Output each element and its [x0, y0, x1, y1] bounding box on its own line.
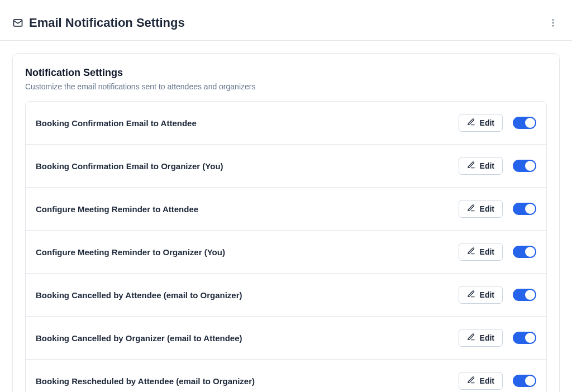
- notification-row: Configure Meeting Reminder to Organizer …: [26, 231, 546, 274]
- more-options-button[interactable]: [546, 16, 560, 30]
- toggle-knob: [525, 118, 535, 128]
- notification-label: Booking Cancelled by Attendee (email to …: [36, 290, 242, 300]
- toggle-knob: [525, 333, 535, 343]
- svg-point-3: [552, 25, 554, 26]
- pencil-icon: [467, 333, 475, 343]
- notification-actions: Edit: [459, 200, 536, 218]
- notification-actions: Edit: [459, 114, 536, 132]
- toggle-knob: [525, 161, 535, 171]
- pencil-icon: [467, 290, 475, 300]
- edit-button-label: Edit: [480, 333, 494, 342]
- enable-toggle[interactable]: [513, 160, 536, 172]
- toggle-knob: [525, 247, 535, 257]
- edit-button-label: Edit: [480, 204, 494, 213]
- notification-label: Booking Rescheduled by Attendee (email t…: [36, 376, 255, 386]
- notification-label: Booking Cancelled by Organizer (email to…: [36, 333, 242, 343]
- panel-subtitle: Customize the email notifications sent t…: [25, 82, 547, 91]
- notification-list: Booking Confirmation Email to AttendeeEd…: [25, 101, 547, 392]
- edit-button-label: Edit: [480, 376, 494, 385]
- enable-toggle[interactable]: [513, 117, 536, 129]
- enable-toggle[interactable]: [513, 289, 536, 301]
- enable-toggle[interactable]: [513, 375, 536, 387]
- notification-label: Configure Meeting Reminder to Organizer …: [36, 247, 225, 257]
- edit-button-label: Edit: [480, 290, 494, 299]
- pencil-icon: [467, 247, 475, 257]
- notification-label: Configure Meeting Reminder to Attendee: [36, 204, 198, 214]
- edit-button[interactable]: Edit: [459, 329, 503, 347]
- pencil-icon: [467, 376, 475, 386]
- page-title: Email Notification Settings: [29, 16, 185, 30]
- notification-row: Configure Meeting Reminder to AttendeeEd…: [26, 188, 546, 231]
- svg-point-2: [552, 22, 554, 23]
- pencil-icon: [467, 204, 475, 214]
- toggle-knob: [525, 376, 535, 386]
- notification-row: Booking Rescheduled by Attendee (email t…: [26, 360, 546, 392]
- enable-toggle[interactable]: [513, 246, 536, 258]
- edit-button-label: Edit: [480, 247, 494, 256]
- notification-row: Booking Cancelled by Organizer (email to…: [26, 317, 546, 360]
- edit-button-label: Edit: [480, 161, 494, 170]
- edit-button-label: Edit: [480, 118, 494, 127]
- svg-point-1: [552, 20, 554, 21]
- notification-label: Booking Confirmation Email to Attendee: [36, 118, 197, 128]
- notification-row: Booking Cancelled by Attendee (email to …: [26, 274, 546, 317]
- edit-button[interactable]: Edit: [459, 200, 503, 218]
- notification-actions: Edit: [459, 329, 536, 347]
- pencil-icon: [467, 161, 475, 171]
- edit-button[interactable]: Edit: [459, 286, 503, 304]
- edit-button[interactable]: Edit: [459, 243, 503, 261]
- page-header-left: Email Notification Settings: [12, 16, 185, 30]
- pencil-icon: [467, 118, 475, 128]
- page-header: Email Notification Settings: [0, 0, 572, 41]
- notification-actions: Edit: [459, 243, 536, 261]
- toggle-knob: [525, 204, 535, 214]
- edit-button[interactable]: Edit: [459, 157, 503, 175]
- notification-actions: Edit: [459, 157, 536, 175]
- notification-label: Booking Confirmation Email to Organizer …: [36, 161, 223, 171]
- notification-row: Booking Confirmation Email to Organizer …: [26, 145, 546, 188]
- enable-toggle[interactable]: [513, 203, 536, 215]
- edit-button[interactable]: Edit: [459, 114, 503, 132]
- toggle-knob: [525, 290, 535, 300]
- panel-title: Notification Settings: [25, 67, 547, 79]
- notification-settings-panel: Notification Settings Customize the emai…: [12, 53, 560, 392]
- mail-icon: [12, 17, 23, 28]
- notification-actions: Edit: [459, 286, 536, 304]
- enable-toggle[interactable]: [513, 332, 536, 344]
- notification-row: Booking Confirmation Email to AttendeeEd…: [26, 102, 546, 145]
- notification-actions: Edit: [459, 372, 536, 390]
- edit-button[interactable]: Edit: [459, 372, 503, 390]
